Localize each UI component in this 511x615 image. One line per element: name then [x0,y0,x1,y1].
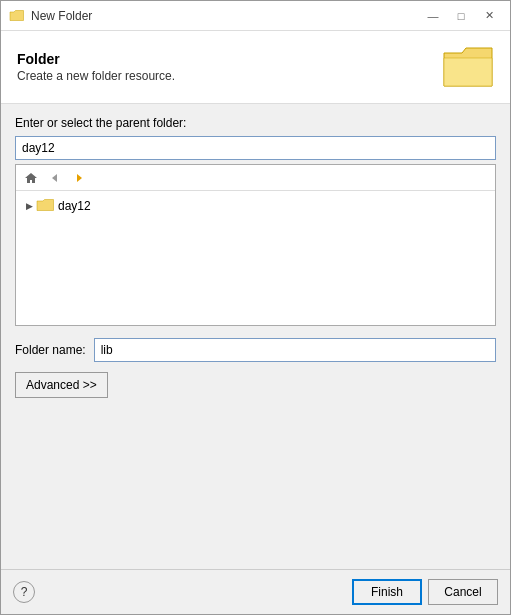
parent-folder-label: Enter or select the parent folder: [15,116,496,130]
bottom-bar: ? Finish Cancel [1,569,510,614]
title-bar: New Folder — □ ✕ [1,1,510,31]
cancel-button[interactable]: Cancel [428,579,498,605]
minimize-button[interactable]: — [420,6,446,26]
folder-name-input[interactable] [94,338,496,362]
bottom-actions: Finish Cancel [352,579,498,605]
help-button[interactable]: ? [13,581,35,603]
header-text: Folder Create a new folder resource. [17,51,175,83]
tree-item-label: day12 [58,199,91,213]
finish-button[interactable]: Finish [352,579,422,605]
dialog-title: Folder [17,51,175,67]
tree-folder-icon [36,198,54,214]
tree-back-button[interactable] [44,168,66,188]
tree-content: ▶ day12 [16,191,495,325]
tree-home-button[interactable] [20,168,42,188]
folder-large-icon [442,43,494,91]
close-button[interactable]: ✕ [476,6,502,26]
tree-expand-icon: ▶ [22,199,36,213]
folder-name-section: Folder name: [15,338,496,362]
new-folder-dialog: New Folder — □ ✕ Folder Create a new fol… [0,0,511,615]
window-controls: — □ ✕ [420,6,502,26]
folder-tree-container: ▶ day12 [15,164,496,326]
restore-button[interactable]: □ [448,6,474,26]
folder-name-label: Folder name: [15,343,86,357]
tree-forward-button[interactable] [68,168,90,188]
dialog-subtitle: Create a new folder resource. [17,69,175,83]
advanced-button[interactable]: Advanced >> [15,372,108,398]
tree-item[interactable]: ▶ day12 [18,195,493,217]
dialog-header: Folder Create a new folder resource. [1,31,510,104]
window-title: New Folder [31,9,420,23]
parent-folder-input[interactable] [15,136,496,160]
tree-toolbar [16,165,495,191]
window-icon [9,8,25,24]
dialog-content: Enter or select the parent folder: [1,104,510,569]
